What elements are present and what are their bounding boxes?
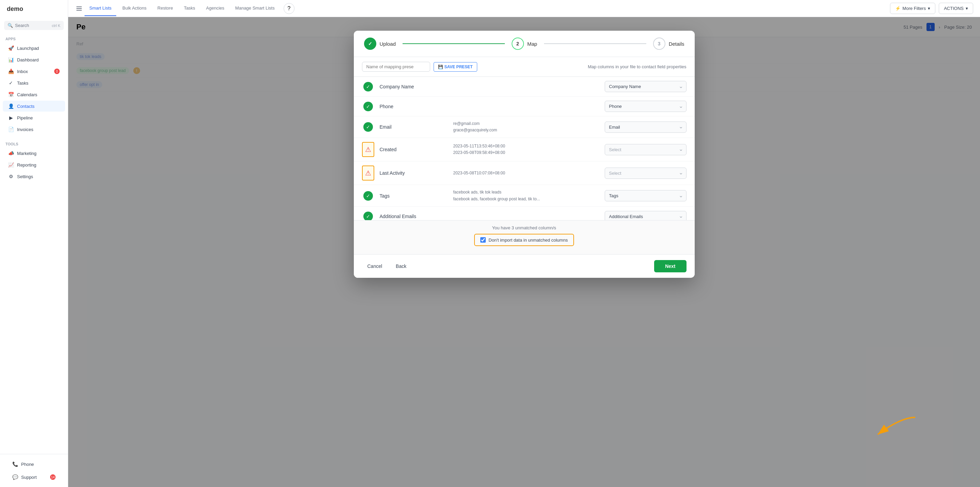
topnav-right: ⚡ More Filters ▾ ACTIONS ▾ xyxy=(890,3,973,14)
company-name-select-wrapper: Company Name xyxy=(605,81,687,92)
check-icon: ✓ xyxy=(363,191,373,201)
sidebar-bottom: 📞 Phone 💬 Support 14 xyxy=(0,454,68,487)
sidebar-item-phone[interactable]: 📞 Phone xyxy=(7,459,61,469)
map-hint-text: Map columns in your file to contact fiel… xyxy=(588,64,686,69)
support-badge: 14 xyxy=(50,474,56,480)
sidebar-item-launchpad[interactable]: 🚀 Launchpad xyxy=(3,43,65,54)
last-activity-field: Last Activity xyxy=(380,170,448,176)
tab-manage-smart-lists[interactable]: Manage Smart Lists xyxy=(231,1,280,16)
sidebar-item-support[interactable]: 💬 Support 14 xyxy=(7,472,61,482)
sidebar-item-label: Dashboard xyxy=(17,57,39,62)
modal-actions: Cancel Back Next xyxy=(354,254,695,278)
reporting-icon: 📈 xyxy=(8,162,14,168)
mapping-row-email: ✓ Email re@gmail.com grace@goacquirely.c… xyxy=(354,117,695,138)
warning-icon: ⚠ xyxy=(362,166,374,180)
sidebar-item-tasks[interactable]: ✓ Tasks xyxy=(3,77,65,88)
tab-restore[interactable]: Restore xyxy=(153,1,178,16)
save-icon: 💾 xyxy=(438,64,443,69)
sidebar: demo 🔍 Search ctrl K Apps 🚀 Launchpad 📊 … xyxy=(0,0,68,487)
check-icon: ✓ xyxy=(363,102,373,111)
sidebar-item-label: Contacts xyxy=(17,104,34,109)
additional-emails-select[interactable]: Additional Emails xyxy=(605,211,687,220)
import-modal: ✓ Upload 2 Map 3 Details 💾 xyxy=(354,31,695,278)
step-details: 3 Details xyxy=(653,38,684,50)
step-upload-label: Upload xyxy=(380,41,396,47)
phone-field: Phone xyxy=(380,104,448,109)
tools-section-label: Tools xyxy=(0,138,68,147)
sidebar-item-label: Settings xyxy=(17,174,33,179)
tags-sample: facebook ads, tik tok leads facebook ads… xyxy=(453,189,599,202)
menu-toggle[interactable] xyxy=(75,5,83,12)
tab-tasks[interactable]: Tasks xyxy=(179,1,200,16)
last-activity-sample: 2023-05-08T10:07:08+08:00 xyxy=(453,170,599,176)
email-select[interactable]: Email xyxy=(605,121,687,133)
sidebar-item-label: Marketing xyxy=(17,151,37,156)
sidebar-item-label: Tasks xyxy=(17,81,28,86)
app-logo: demo xyxy=(0,0,68,18)
phone-select[interactable]: Phone xyxy=(605,101,687,112)
created-select[interactable]: Select xyxy=(605,144,687,155)
checkbox-highlight: Don't import data in unmatched columns xyxy=(474,234,574,246)
created-sample: 2023-05-11T13:53:46+08:00 2023-05-08T09:… xyxy=(453,143,599,156)
checkbox-label: Don't import data in unmatched columns xyxy=(488,238,568,243)
sidebar-item-label: Inbox xyxy=(17,69,28,74)
sidebar-item-contacts[interactable]: 👤 Contacts xyxy=(3,101,65,112)
mapping-row-last-activity: ⚠ Last Activity 2023-05-08T10:07:08+08:0… xyxy=(354,161,695,185)
last-activity-status: ⚠ xyxy=(362,166,374,180)
sidebar-item-settings[interactable]: ⚙ Settings xyxy=(3,171,65,182)
sidebar-item-marketing[interactable]: 📣 Marketing xyxy=(3,148,65,159)
dont-import-checkbox[interactable] xyxy=(480,237,486,243)
sidebar-item-dashboard[interactable]: 📊 Dashboard xyxy=(3,54,65,65)
search-bar[interactable]: 🔍 Search ctrl K xyxy=(4,21,64,30)
arrow-svg xyxy=(871,410,919,445)
help-icon[interactable]: ? xyxy=(283,3,294,14)
stepper: ✓ Upload 2 Map 3 Details xyxy=(354,31,695,57)
inbox-badge: 0 xyxy=(54,69,60,74)
mapping-row-company-name: ✓ Company Name Company Name xyxy=(354,77,695,97)
preset-name-input[interactable] xyxy=(362,62,430,72)
sidebar-item-label: Calendars xyxy=(17,92,37,97)
additional-emails-status: ✓ xyxy=(362,212,374,220)
sidebar-item-reporting[interactable]: 📈 Reporting xyxy=(3,160,65,170)
unmatched-text: You have 3 unmatched column/s xyxy=(362,225,687,230)
contacts-icon: 👤 xyxy=(8,104,14,109)
tags-status: ✓ xyxy=(362,191,374,201)
more-filters-button[interactable]: ⚡ More Filters ▾ xyxy=(890,3,936,14)
page-content: Pe 51 Pages 1 › Page Size: 20 Ref tik to… xyxy=(68,17,980,487)
step-connector-1 xyxy=(402,43,505,44)
tab-bulk-actions[interactable]: Bulk Actions xyxy=(118,1,151,16)
check-icon: ✓ xyxy=(363,122,373,132)
email-field: Email xyxy=(380,124,448,130)
sidebar-item-calendars[interactable]: 📅 Calendars xyxy=(3,89,65,100)
sidebar-item-invoices[interactable]: 📄 Invoices xyxy=(3,124,65,135)
search-label: Search xyxy=(15,23,29,28)
step-connector-2 xyxy=(544,43,646,44)
step-upload-circle: ✓ xyxy=(364,38,376,50)
search-shortcut: ctrl K xyxy=(52,24,60,28)
last-activity-select[interactable]: Select xyxy=(605,168,687,179)
email-select-wrapper: Email xyxy=(605,121,687,133)
sidebar-item-label: Reporting xyxy=(17,163,36,168)
back-button[interactable]: Back xyxy=(390,261,412,271)
warning-icon: ⚠ xyxy=(362,142,374,157)
phone-icon: 📞 xyxy=(12,461,18,467)
tab-smart-lists[interactable]: Smart Lists xyxy=(84,1,116,16)
marketing-icon: 📣 xyxy=(8,150,14,156)
additional-emails-select-wrapper: Additional Emails xyxy=(605,211,687,220)
save-preset-button[interactable]: 💾 SAVE PRESET xyxy=(434,62,477,72)
mapping-table: ✓ Company Name Company Name xyxy=(354,77,695,220)
support-icon: 💬 xyxy=(12,474,18,480)
sidebar-item-label: Launchpad xyxy=(17,46,39,51)
next-button[interactable]: Next xyxy=(654,260,686,272)
company-name-field: Company Name xyxy=(380,84,448,89)
email-sample: re@gmail.com grace@goacquirely.com xyxy=(453,120,599,133)
actions-button[interactable]: ACTIONS ▾ xyxy=(939,3,973,14)
sidebar-item-pipeline[interactable]: ▶ Pipeline xyxy=(3,112,65,123)
pipeline-icon: ▶ xyxy=(8,115,14,120)
sidebar-item-inbox[interactable]: 📥 Inbox 0 xyxy=(3,66,65,77)
tab-agencies[interactable]: Agencies xyxy=(202,1,229,16)
company-name-select[interactable]: Company Name xyxy=(605,81,687,92)
tags-select[interactable]: Tags xyxy=(605,190,687,201)
save-preset-label: SAVE PRESET xyxy=(444,64,473,69)
cancel-button[interactable]: Cancel xyxy=(362,261,388,271)
